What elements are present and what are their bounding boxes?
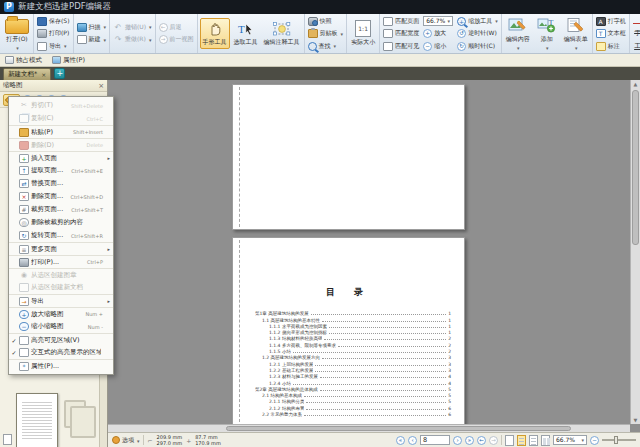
menu-item-icon: → [19,297,29,306]
menu-item[interactable]: 打印(P)... Ctrl+P [9,255,113,268]
rotate-cw-button[interactable]: ↻顺时针(C) [456,40,499,53]
next-view-button[interactable]: → [489,436,498,445]
print-button[interactable]: 打印(P) [36,27,71,40]
menu-item-icon [19,348,29,357]
callout-button[interactable]: 标注 [595,40,627,53]
menu-item-shortcut: Ctrl+Shift+T [71,207,103,213]
layout-continuous-facing-button[interactable] [529,435,538,446]
menu-item[interactable]: ◎ 删除被裁剪的内容 [9,216,113,229]
find-button[interactable]: 查找 [307,40,345,53]
strikeout-button[interactable]: 于删除线 [632,27,640,40]
properties-button[interactable]: 属性(P) [52,56,85,65]
scan-button[interactable]: 扫描 [76,21,108,34]
menu-item[interactable]: + 插入页面 ▸ [9,151,113,164]
menu-item[interactable]: × 删除页面... Ctrl+Shift+D [9,190,113,203]
line-annot-button[interactable]: 直线 [632,15,640,28]
ribbon-zoom-select[interactable]: 66.7% [423,16,453,26]
menu-item[interactable]: # 裁剪页面... Ctrl+Shift+T [9,203,113,216]
first-page-button[interactable]: « [396,436,405,445]
panel-close-icon[interactable]: × [98,82,104,90]
new-tab-button[interactable]: + [54,68,65,79]
menu-item[interactable]: ↻ 旋转页面... Ctrl+Shift+R [9,229,113,242]
fit-visible-button[interactable]: 匹配可见 [382,40,420,53]
zoom-in-icon: + [423,29,432,38]
menu-item[interactable]: ⇄ 替换页面... [9,177,113,190]
edit-annotation-tool-button[interactable]: 编辑注释工具 [262,19,302,48]
layout-facing-button[interactable] [541,435,550,446]
zoom-in-button[interactable]: +放大 [422,27,454,40]
zoom-slider[interactable] [602,439,636,441]
page-blank[interactable] [232,84,465,230]
fit-width-button[interactable]: 匹配宽度 [382,27,420,40]
edit-form-icon [565,17,587,34]
menu-item[interactable]: ✂ 剪切(T) Shift+Delete [9,99,113,112]
undo-button[interactable]: ↶撤销(U) [112,21,153,34]
select-tool-button[interactable]: T 选取工具 [232,19,260,48]
menu-item[interactable]: ✓ 交互式的高亮显示的区域(I) [9,346,113,359]
add-button[interactable]: T 添加 [534,16,560,52]
menu-item[interactable]: ≡ 更多页面 ▸ [9,242,113,255]
edit-form-button[interactable]: 编辑表单 [562,16,590,52]
underline-button[interactable]: 工下划线 [632,40,640,53]
snapshot-button[interactable]: 快照 [307,15,345,28]
horizontal-scrollbar[interactable] [108,424,630,432]
tab-active-document[interactable]: 新建文档* × [3,68,51,80]
menu-item[interactable]: * 属性(P)... [9,359,113,372]
page-number-input[interactable]: 8 [420,435,450,445]
vertical-scrollbar-thumb[interactable] [632,90,639,245]
actual-size-icon: 1:1 [355,20,371,37]
group-text-annot: A打字机 T文本框 标注 [593,14,630,53]
menu-item[interactable]: ✓ 高亮可见区域(V) [9,333,113,346]
menu-item[interactable]: 粘贴(P) Shift+Insert [9,125,113,138]
menu-item[interactable]: − 缩小缩略图 Num - [9,320,113,333]
tab-close-icon[interactable]: × [41,71,46,78]
fit-page-button[interactable]: 匹配页面 [382,15,420,28]
menu-item[interactable]: ↑ 提取页面... Ctrl+Shift+E [9,164,113,177]
rotate-ccw-button[interactable]: ↺逆时针(W) [456,27,499,40]
zoom-out-slider-button[interactable]: − [590,436,599,445]
layout-single-page-button[interactable] [505,435,514,446]
textbox-button[interactable]: T文本框 [595,27,627,40]
menu-item[interactable]: 删除(D) Delete [9,138,113,151]
menu-item[interactable]: → 导出 ▸ [9,294,113,307]
prev-page-button[interactable]: ‹ [408,436,417,445]
menu-item[interactable]: ◉ 从选区创建图章 [9,268,113,281]
document-canvas[interactable]: 目 录 第1章 高层建筑结构的发展 1 1.1 高层建筑结构的基本特性 1 1.… [108,80,640,432]
zoom-out-button[interactable]: −缩小 [422,40,454,53]
next-page-button[interactable]: › [453,436,462,445]
panel-title: 缩略图 [3,81,23,90]
group-markup: 直线 于删除线 工下划线 [630,14,640,53]
hand-tool-button[interactable]: 手形工具 [200,18,230,49]
menu-item-label: 从选区创建新文档 [31,283,101,292]
page-thumbnail[interactable] [16,393,58,447]
menu-item[interactable]: 复制(C) Ctrl+C [9,112,113,125]
redo-button[interactable]: ↷重做(R) [112,34,153,47]
options-gear-icon [112,436,120,444]
menu-item[interactable]: + 放大缩略图 Num + [9,307,113,320]
export-button[interactable]: 导出 [36,40,71,53]
vertical-scrollbar[interactable]: ▲ ▼ [630,80,640,424]
submenu-arrow-icon: ▸ [105,246,110,252]
zoom-level-select[interactable]: 66.7% [553,435,587,445]
options-button[interactable]: 选项 [112,436,140,445]
camera-icon [308,17,318,26]
actual-size-button[interactable]: 1:1 实际大小 [349,19,377,48]
zoom-slider-thumb[interactable] [614,436,618,444]
new-button[interactable]: 新建 [76,34,108,47]
menu-item[interactable]: 从选区创建新文档 [9,281,113,294]
page-toc[interactable]: 目 录 第1章 高层建筑结构的发展 1 1.1 高层建筑结构的基本特性 1 1.… [232,237,465,425]
back-button[interactable]: ←后退 [158,21,195,34]
clipboard-button[interactable]: 剪贴板 [307,27,345,40]
edit-content-button[interactable]: 编辑内容 [504,16,532,52]
prev-view-button[interactable]: →前一视图 [158,34,195,47]
open-button[interactable]: 打开(O) [3,15,31,52]
menu-item-shortcut: Shift+Insert [73,129,103,135]
exclusive-mode-button[interactable]: 独占模式 [5,56,42,65]
horizontal-scrollbar-thumb[interactable] [226,426,571,431]
save-button[interactable]: 保存(S) [36,15,71,28]
last-page-button[interactable]: » [465,436,474,445]
previous-view-button[interactable]: ← [477,436,486,445]
layout-continuous-button[interactable] [517,435,526,446]
typewriter-button[interactable]: A打字机 [595,15,627,28]
zoom-tool-button[interactable]: +缩放工具 [456,15,499,28]
